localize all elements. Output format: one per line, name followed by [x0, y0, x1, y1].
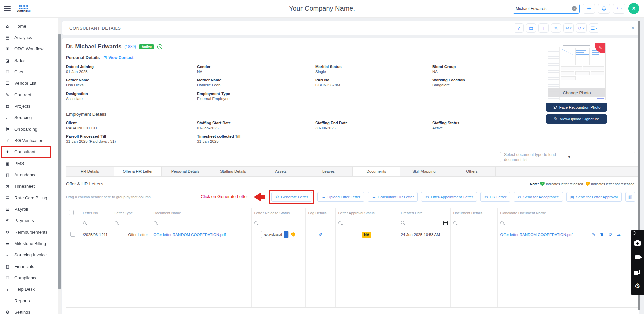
- global-search[interactable]: ✕: [513, 4, 580, 14]
- document-add-button[interactable]: ▤: [526, 23, 536, 33]
- close-panel-button[interactable]: ✕: [631, 25, 635, 31]
- sidebar-item-sourcing[interactable]: ⌕Sourcing: [0, 112, 58, 123]
- sidebar-item-home[interactable]: ⌂Home: [0, 20, 58, 32]
- sidebar-item-payroll[interactable]: ⊟Payroll: [0, 203, 58, 215]
- sidebar-item-reports[interactable]: ⋰Reports: [0, 295, 58, 306]
- sidebar-item-sales[interactable]: ◪Sales: [0, 55, 58, 66]
- document-type-select[interactable]: Select document type to load document li…: [500, 152, 635, 162]
- notifications-button[interactable]: [598, 4, 610, 14]
- tab-personal-details[interactable]: Personal Details: [162, 167, 209, 176]
- hr-letter-button[interactable]: ✉HR Letter: [480, 192, 510, 202]
- capture-settings-button[interactable]: ⚙: [631, 279, 644, 293]
- sidebar-item-milestone-billing[interactable]: ☰Milestone Billing: [0, 238, 58, 249]
- calendar-icon[interactable]: [443, 221, 448, 225]
- history-menu-button[interactable]: ↺∨: [576, 23, 587, 33]
- release-toggle[interactable]: Not Released: [261, 231, 289, 238]
- sidebar-item-financials[interactable]: ▥Financials: [0, 260, 58, 272]
- sidebar-item-attendance[interactable]: ▥Attendance: [0, 169, 58, 180]
- search-icon[interactable]: [115, 221, 118, 224]
- search-input[interactable]: [516, 6, 572, 11]
- column-chooser-button[interactable]: ▥: [625, 192, 635, 202]
- capture-window-button[interactable]: [631, 265, 644, 279]
- sidebar-item-org-workflow[interactable]: ⊞ORG Workflow: [0, 43, 58, 55]
- send-for-acceptance-button[interactable]: ✉Send for Acceptance: [514, 192, 563, 202]
- search-icon[interactable]: [338, 221, 341, 224]
- view-contact-link[interactable]: ⊡View Contact: [103, 55, 133, 60]
- search-icon[interactable]: [500, 221, 504, 224]
- tab-skill-mapping[interactable]: Skill Mapping: [400, 167, 448, 176]
- sidebar-item-consultant[interactable]: ✦Consultant: [1, 146, 51, 158]
- search-icon[interactable]: [401, 221, 404, 224]
- sidebar-item-vendor-list[interactable]: ☰Vendor List: [0, 77, 58, 89]
- send-for-letter-approval-button[interactable]: ▤Send for Letter Approval: [566, 192, 622, 202]
- profile-photo[interactable]: ✎ Change Photo: [548, 43, 606, 100]
- log-history-icon[interactable]: ↺: [319, 232, 322, 237]
- tab-staffing-details[interactable]: Staffing Details: [209, 167, 257, 176]
- app-logo[interactable]: StaffingGo: [17, 5, 31, 12]
- document-link[interactable]: Offer letter RANDOM COOPERATION.pdf: [154, 233, 226, 237]
- sidebar-item-settings[interactable]: ⚙Settings: [0, 306, 58, 314]
- search-icon[interactable]: [254, 221, 257, 224]
- sidebar-item-onboarding[interactable]: ⚑Onboarding: [0, 123, 58, 135]
- face-recognition-button[interactable]: Face Recognition Photo: [546, 103, 607, 112]
- row-checkbox[interactable]: [70, 232, 75, 237]
- candidate-document-link[interactable]: Offer letter RANDOM COOPERATION.pdf: [500, 233, 573, 237]
- col-created-date[interactable]: Created Date: [398, 208, 450, 218]
- search-icon[interactable]: [453, 221, 456, 224]
- edit-row-icon[interactable]: ✎: [592, 232, 596, 237]
- row-cloud-icon[interactable]: ☁: [616, 232, 621, 237]
- col-letter-no[interactable]: Letter No: [80, 208, 112, 218]
- col-log-details[interactable]: Log Details: [305, 208, 335, 218]
- mail-menu-button[interactable]: ✉∨: [563, 23, 574, 33]
- col-candidate-document-name[interactable]: Candidate Document Name: [497, 208, 589, 218]
- generate-letter-button[interactable]: ⚙Generate Letter: [271, 192, 312, 202]
- add-record-button[interactable]: +: [538, 23, 549, 33]
- col-letter-approval-status[interactable]: Letter Approval Status: [335, 208, 398, 218]
- sidebar-item-analytics[interactable]: ▤Analytics: [0, 32, 58, 43]
- col-document-details[interactable]: Document Details: [450, 208, 497, 218]
- whatsapp-icon[interactable]: [157, 44, 163, 50]
- screenshot-camera-button[interactable]: [631, 236, 644, 250]
- edit-button[interactable]: ✎: [551, 23, 561, 33]
- select-all-checkbox[interactable]: [69, 210, 74, 215]
- sidebar-item-bg-verification[interactable]: ☑BG Verification: [0, 135, 58, 146]
- search-icon[interactable]: [83, 221, 86, 224]
- col-letter-type[interactable]: Letter Type: [112, 208, 151, 218]
- add-button[interactable]: +: [583, 4, 595, 14]
- hamburger-menu-icon[interactable]: [4, 6, 11, 11]
- user-avatar[interactable]: S: [628, 3, 639, 14]
- tab-assets[interactable]: Assets: [257, 167, 305, 176]
- tab-leaves[interactable]: Leaves: [305, 167, 353, 176]
- sidebar-item-rate-card-billing[interactable]: ▤Rate Card Billing: [0, 192, 58, 203]
- capture-more-icon[interactable]: …: [639, 231, 642, 235]
- change-photo-button[interactable]: Change Photo: [548, 88, 605, 97]
- sidebar-item-timesheet[interactable]: ◷Timesheet: [0, 180, 58, 192]
- sidebar-item-projects[interactable]: ▦Projects: [0, 100, 58, 112]
- more-options-button[interactable]: ⋮∨: [613, 4, 625, 14]
- capture-logo-icon[interactable]: [633, 231, 636, 235]
- clear-search-icon[interactable]: ✕: [572, 6, 577, 11]
- sidebar-item-contract[interactable]: ✎Contract: [0, 89, 58, 100]
- sidebar-item-sourcing-invoice[interactable]: ⌕Sourcing Invoice: [0, 249, 58, 260]
- help-button[interactable]: ?: [514, 23, 524, 33]
- col-letter-release-status[interactable]: Letter Release Status: [251, 208, 305, 218]
- tab-offer-hr-letter[interactable]: Offer & HR Letter: [114, 167, 162, 176]
- delete-row-icon[interactable]: [600, 232, 604, 237]
- sidebar-item-pms[interactable]: ▣PMS: [0, 158, 58, 169]
- sidebar-item-help-desk[interactable]: ?Help Desk: [0, 283, 58, 295]
- sidebar-item-payments[interactable]: ₹Payments: [0, 215, 58, 226]
- offer-appointment-letter-button[interactable]: ✉Offer/Appointment Letter: [421, 192, 477, 202]
- consultant-hr-letter-button[interactable]: ☁Consultant HR Letter: [368, 192, 418, 202]
- tab-others[interactable]: Others: [448, 167, 496, 176]
- list-menu-button[interactable]: ☰∨: [589, 23, 600, 33]
- sidebar-scrollbar[interactable]: [58, 20, 61, 314]
- sidebar-item-client[interactable]: ⊡Client: [0, 66, 58, 77]
- screen-record-button[interactable]: [631, 250, 644, 265]
- sidebar-item-reimbursements[interactable]: ↺Reimbursements: [0, 226, 58, 238]
- view-upload-signature-button[interactable]: ✎ View/Upload Signature: [546, 114, 607, 124]
- tab-documents[interactable]: Documents: [353, 167, 400, 176]
- sidebar-item-compliance[interactable]: ⊡Compliance: [0, 272, 58, 283]
- col-document-name[interactable]: Document Name: [151, 208, 251, 218]
- upload-offer-letter-button[interactable]: ☁Upload Offer Letter: [317, 192, 364, 202]
- tab-hr-details[interactable]: HR Details: [66, 167, 114, 176]
